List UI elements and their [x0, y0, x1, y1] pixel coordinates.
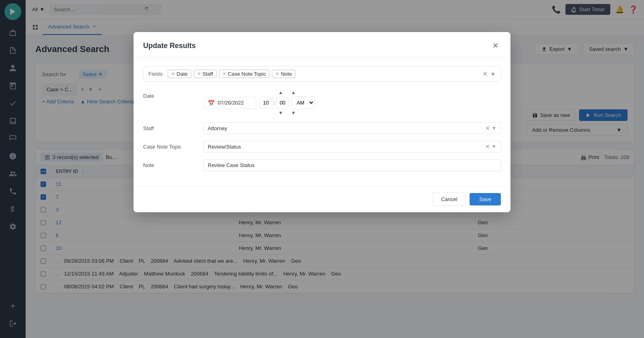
- staff-select-input[interactable]: ✕ ▼: [203, 122, 501, 134]
- minutes-input-wrap: [276, 97, 289, 109]
- case-note-topic-clear-button[interactable]: ✕: [485, 143, 490, 150]
- time-inputs-row: : AM PM: [259, 97, 315, 109]
- case-note-topic-control: ✕ ▼: [203, 141, 501, 153]
- ampm-select[interactable]: AM PM: [292, 97, 315, 109]
- note-input[interactable]: [203, 159, 501, 171]
- minutes-input[interactable]: [277, 97, 289, 108]
- cancel-button[interactable]: Cancel: [433, 193, 466, 206]
- staff-dropdown-button[interactable]: ▼: [492, 125, 496, 131]
- save-button[interactable]: Save: [470, 193, 501, 205]
- case-note-topic-select-input[interactable]: ✕ ▼: [203, 141, 501, 153]
- modal-title: Update Results: [143, 42, 196, 50]
- time-down-arrows: ▼ ▼: [278, 110, 296, 116]
- time-up-arrows: ▲ ▲: [278, 90, 296, 95]
- fields-dropdown-button[interactable]: ▼: [490, 71, 496, 77]
- fields-label: Fields:: [148, 71, 164, 77]
- time-colon: :: [272, 97, 276, 109]
- date-time-row: 📅 ▲ ▲: [203, 90, 501, 116]
- modal-footer: Cancel Save: [134, 186, 510, 212]
- date-label: Date: [143, 90, 195, 99]
- note-control: [203, 159, 501, 171]
- hours-input[interactable]: [260, 97, 272, 108]
- field-tag-date: ✕ Date: [168, 70, 191, 78]
- fields-row: Fields: ✕ Date ✕ Staff ✕ Case Note Topic…: [143, 66, 501, 82]
- minutes-down-arrow[interactable]: ▼: [291, 110, 296, 116]
- update-results-modal: Update Results ✕ Fields: ✕ Date ✕ Staff …: [134, 32, 510, 212]
- case-note-topic-input[interactable]: [208, 144, 484, 150]
- hours-input-wrap: [259, 97, 272, 109]
- field-tag-staff-remove[interactable]: ✕: [197, 71, 201, 76]
- hours-down-arrow[interactable]: ▼: [278, 110, 283, 116]
- modal-body: Fields: ✕ Date ✕ Staff ✕ Case Note Topic…: [134, 58, 510, 186]
- modal-header: Update Results ✕: [134, 32, 510, 58]
- staff-control: ✕ ▼: [203, 122, 501, 134]
- minutes-up-arrow[interactable]: ▲: [291, 90, 296, 95]
- field-tag-staff: ✕ Staff: [194, 70, 217, 78]
- modal-close-button[interactable]: ✕: [490, 40, 501, 51]
- note-form-row: Note: [143, 159, 501, 171]
- calendar-icon: 📅: [208, 100, 215, 106]
- staff-clear-button[interactable]: ✕: [485, 125, 490, 131]
- time-block: ▲ ▲ :: [259, 90, 315, 116]
- staff-form-row: Staff ✕ ▼: [143, 122, 501, 134]
- field-tag-note: ✕ Note: [272, 70, 295, 78]
- field-tag-topic-remove[interactable]: ✕: [223, 71, 226, 76]
- date-control: 📅 ▲ ▲: [203, 90, 501, 116]
- case-note-topic-dropdown-button[interactable]: ▼: [492, 144, 496, 149]
- case-note-topic-label: Case Note Topic: [143, 141, 195, 150]
- staff-input[interactable]: [208, 125, 484, 131]
- fields-clear-all-button[interactable]: ✕: [482, 70, 488, 78]
- note-label: Note: [143, 159, 195, 168]
- date-input[interactable]: [218, 100, 252, 106]
- field-tag-case-note-topic: ✕ Case Note Topic: [219, 70, 269, 78]
- case-note-topic-form-row: Case Note Topic ✕ ▼: [143, 141, 501, 153]
- date-form-row: Date 📅 ▲ ▲: [143, 90, 501, 116]
- date-input-wrap[interactable]: 📅: [203, 97, 256, 109]
- hours-up-arrow[interactable]: ▲: [278, 90, 283, 95]
- field-tag-note-remove[interactable]: ✕: [275, 71, 279, 76]
- staff-label: Staff: [143, 122, 195, 131]
- modal-overlay[interactable]: Update Results ✕ Fields: ✕ Date ✕ Staff …: [0, 0, 644, 338]
- field-tag-date-remove[interactable]: ✕: [171, 71, 175, 76]
